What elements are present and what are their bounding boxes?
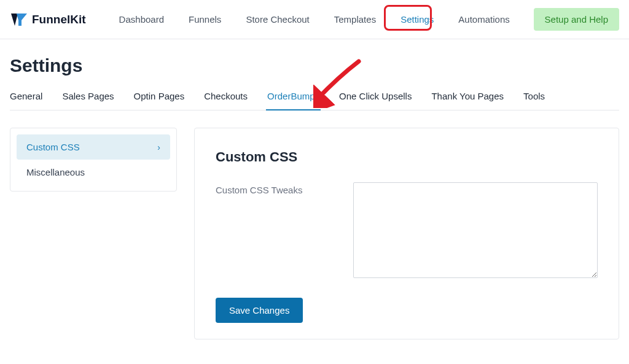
brand-logo[interactable]: FunnelKit [10, 12, 86, 28]
sidebar-item-custom-css[interactable]: Custom CSS › [17, 134, 170, 160]
tab-one-click-upsells[interactable]: One Click Upsells [339, 91, 412, 110]
sidebar-item-label: Miscellaneous [26, 167, 85, 177]
tab-tools[interactable]: Tools [523, 91, 545, 110]
tab-sales-pages[interactable]: Sales Pages [62, 91, 114, 110]
tab-general[interactable]: General [10, 91, 42, 110]
brand-name: FunnelKit [32, 13, 86, 26]
setup-and-help-button[interactable]: Setup and Help [534, 8, 619, 31]
tab-orderbumps[interactable]: OrderBumps [267, 91, 319, 110]
nav-automations[interactable]: Automations [450, 8, 518, 31]
page-title: Settings [10, 55, 619, 76]
nav-templates[interactable]: Templates [326, 8, 385, 31]
sidebar-item-label: Custom CSS [26, 142, 80, 152]
funnelkit-logo-icon [10, 12, 28, 28]
custom-css-textarea[interactable] [353, 182, 598, 278]
chevron-right-icon: › [157, 142, 160, 152]
settings-sidebar: Custom CSS › Miscellaneous [10, 128, 177, 192]
nav-settings[interactable]: Settings [392, 8, 442, 31]
panel-heading: Custom CSS [216, 149, 598, 165]
tab-thank-you-pages[interactable]: Thank You Pages [431, 91, 504, 110]
tab-optin-pages[interactable]: Optin Pages [134, 91, 185, 110]
top-header: FunnelKit Dashboard Funnels Store Checko… [0, 0, 629, 39]
nav-store-checkout[interactable]: Store Checkout [237, 8, 318, 31]
nav-funnels[interactable]: Funnels [180, 8, 230, 31]
settings-subtabs: General Sales Pages Optin Pages Checkout… [10, 91, 619, 110]
main-nav: Dashboard Funnels Store Checkout Templat… [111, 8, 534, 31]
form-row-custom-css: Custom CSS Tweaks [216, 182, 598, 278]
nav-dashboard[interactable]: Dashboard [111, 8, 173, 31]
tab-checkouts[interactable]: Checkouts [204, 91, 248, 110]
save-button[interactable]: Save Changes [216, 298, 303, 323]
sidebar-item-miscellaneous[interactable]: Miscellaneous [17, 160, 170, 185]
main-panel: Custom CSS Custom CSS Tweaks Save Change… [194, 128, 619, 339]
field-label-custom-css: Custom CSS Tweaks [216, 182, 338, 195]
